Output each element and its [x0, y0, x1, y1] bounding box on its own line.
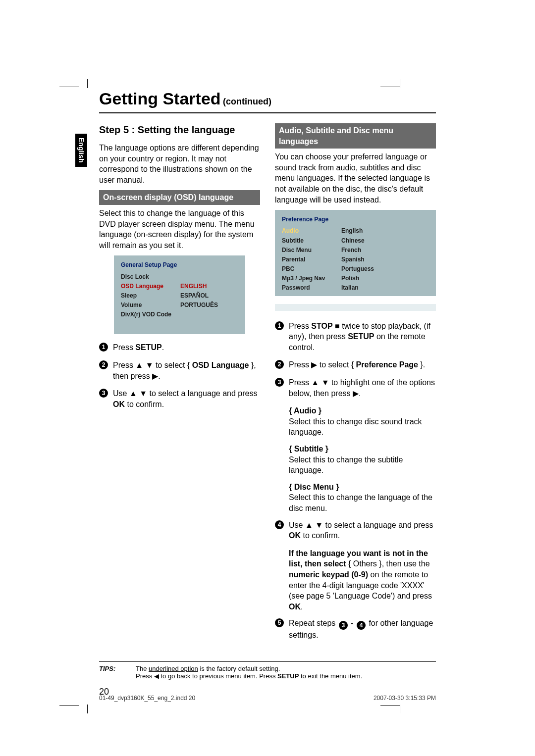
tips-underlined: underlined option [149, 665, 198, 672]
pref-row: AudioEnglish [282, 226, 429, 236]
pref-step-5-list: 5 Repeat steps 3 - 4 for other language … [275, 618, 436, 641]
option-block: { Audio }Select this to change disc soun… [289, 405, 436, 438]
language-tab: English [75, 134, 87, 167]
pref-paragraph: You can choose your preferred language o… [275, 151, 436, 205]
others-note: If the language you want is not in the l… [289, 548, 436, 612]
osd-row: SleepESPAÑOL [121, 291, 238, 301]
pref-row: PasswordItalian [282, 283, 429, 293]
pref-step: 2Press ▶ to select { Preference Page }. [275, 359, 436, 370]
pref-step-5: 5 Repeat steps 3 - 4 for other language … [275, 618, 436, 641]
continued-label: (continued) [223, 97, 271, 106]
bullet-icon: 3 [99, 389, 108, 398]
page-title-line: Getting Started (continued) [99, 89, 436, 108]
pref-menu-box: Preference Page AudioEnglishSubtitleChin… [275, 210, 436, 296]
bullet-icon: 2 [275, 360, 284, 369]
tips-label: TIPS: [99, 665, 124, 680]
tips-section: TIPS: The underlined option is the facto… [99, 661, 436, 680]
osd-step: 3Use ▲ ▼ to select a language and press … [99, 388, 260, 409]
footer-left: 01-49_dvp3160K_55_eng_2.indd 20 [99, 695, 195, 702]
osd-row: DivX(r) VOD Code [121, 310, 238, 319]
bullet-icon: 1 [99, 343, 108, 352]
step-heading: Step 5 : Setting the language [99, 123, 260, 137]
step5-dash: - [351, 619, 356, 627]
pref-row: PBCPortuguess [282, 264, 429, 274]
pref-step: 1Press STOP ■ twice to stop playback, (i… [275, 321, 436, 353]
bullet-5-icon: 5 [275, 618, 284, 627]
bullet-4-inline-icon: 4 [357, 621, 366, 630]
osd-steps-list: 1Press SETUP.2Press ▲ ▼ to select { OSD … [99, 342, 260, 409]
pref-steps-list: 1Press STOP ■ twice to stop playback, (i… [275, 321, 436, 399]
tips-line2: Press ◀ to go back to previous menu item… [136, 672, 362, 680]
pref-box-title: Preference Page [282, 215, 429, 224]
pref-row: Mp3 / Jpeg NavPolish [282, 274, 429, 283]
osd-row: Disc Lock [121, 272, 238, 282]
bullet-3-inline-icon: 3 [339, 621, 348, 630]
footer-right: 2007-03-30 3:15:33 PM [374, 695, 436, 702]
tips-line1-a: The [136, 665, 149, 672]
osd-menu-box: General Setup Page Disc LockOSD Language… [114, 255, 245, 334]
page-title: Getting Started [99, 89, 221, 108]
intro-paragraph: The language options are different depen… [99, 143, 260, 185]
osd-step: 2Press ▲ ▼ to select { OSD Language }, t… [99, 360, 260, 381]
pref-box-footer [275, 304, 436, 311]
bullet-icon: 1 [275, 321, 284, 330]
pref-steps-continued: 4 Use ▲ ▼ to select a language and press… [275, 520, 436, 541]
osd-row: VolumePORTUGUÊS [121, 301, 238, 310]
pref-row: SubtitleChinese [282, 236, 429, 246]
option-block: { Disc Menu }Select this to change the l… [289, 482, 436, 514]
bullet-icon: 3 [275, 378, 284, 387]
osd-paragraph: Select this to change the language of th… [99, 208, 260, 251]
pref-step-4: 4 Use ▲ ▼ to select a language and press… [275, 520, 436, 541]
bullet-icon: 2 [99, 360, 108, 369]
pref-step: 3Press ▲ ▼ to highlight one of the optio… [275, 377, 436, 399]
osd-row: OSD LanguageENGLISH [121, 282, 238, 291]
pref-section-head: Audio, Subtitle and Disc menu languages [275, 123, 436, 149]
osd-step: 1Press SETUP. [99, 342, 260, 353]
osd-section-head: On-screen display (OSD) language [99, 190, 260, 205]
step5-pre: Repeat steps [289, 619, 338, 627]
pref-row: Disc MenuFrench [282, 246, 429, 255]
title-rule [99, 112, 436, 113]
bullet-4-icon: 4 [275, 520, 284, 529]
option-block: { Subtitle }Select this to change the su… [289, 444, 436, 476]
tips-line1-b: is the factory default setting. [198, 665, 280, 672]
tips-body: The underlined option is the factory def… [136, 665, 436, 680]
right-column: Audio, Subtitle and Disc menu languages … [275, 123, 436, 648]
left-column: Step 5 : Setting the language The langua… [99, 123, 260, 648]
pref-row: ParentalSpanish [282, 255, 429, 264]
osd-box-title: General Setup Page [121, 260, 238, 270]
